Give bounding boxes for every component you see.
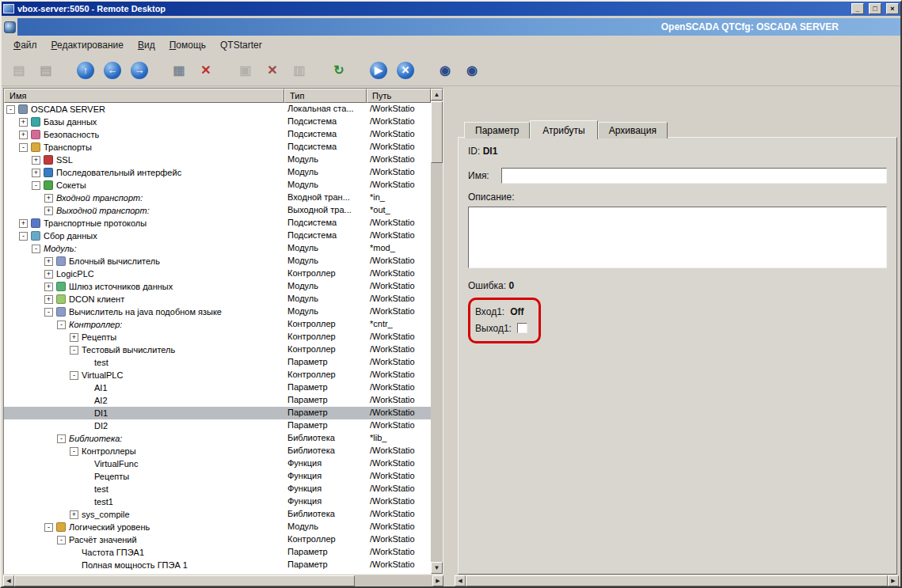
back-button[interactable]: ←: [101, 59, 124, 82]
tree-row[interactable]: -Библиотека:Библиотека*lib_: [4, 432, 431, 445]
tree-row[interactable]: AI2Параметр/WorkStatio: [4, 394, 431, 407]
tree-row[interactable]: -Сбор данныхПодсистема/WorkStatio: [4, 230, 431, 242]
menu-item-view[interactable]: Вид: [131, 36, 162, 54]
detail-horizontal-scrollbar[interactable]: ◀ ▶: [455, 575, 899, 586]
scroll-down-icon[interactable]: ▼: [431, 562, 443, 574]
tree-row[interactable]: -Логический уровеньМодуль/WorkStatio: [4, 521, 431, 533]
tree-horizontal-scrollbar[interactable]: ◀ ▶: [3, 575, 443, 586]
expand-icon[interactable]: +: [19, 219, 28, 228]
tree-row[interactable]: +Шлюз источников данныхМодуль/WorkStatio: [4, 280, 431, 293]
tree-row[interactable]: +Входной транспорт:Входной тран...*in_: [4, 192, 431, 204]
tree-row[interactable]: -OSCADA SERVERЛокальная ста.../WorkStati…: [4, 103, 431, 116]
scroll-left-icon[interactable]: ◀: [3, 575, 14, 586]
tree-row[interactable]: Частота ГПЭА1Параметр/WorkStatio: [4, 546, 431, 559]
expand-icon[interactable]: +: [44, 270, 53, 279]
expand-icon[interactable]: +: [19, 131, 28, 139]
delete-item-button[interactable]: ✕: [195, 59, 217, 82]
collapse-icon[interactable]: -: [19, 143, 28, 152]
tree-row[interactable]: -Тестовый вычислительКонтроллер/WorkStat…: [4, 343, 431, 356]
expand-icon[interactable]: +: [44, 295, 53, 304]
tree-row[interactable]: DI2Параметр/WorkStatio: [4, 419, 431, 432]
expand-icon[interactable]: +: [32, 169, 40, 177]
tree-row[interactable]: DI1Параметр/WorkStatio: [4, 407, 431, 419]
outer-titlebar[interactable]: vbox-server:5050 - Remote Desktop _ □ ×: [2, 2, 900, 16]
tree-row[interactable]: +SSLМодуль/WorkStatio: [4, 154, 431, 166]
scroll-right-icon[interactable]: ▶: [888, 575, 899, 586]
tree-row[interactable]: +Блочный вычислительМодуль/WorkStatio: [4, 255, 431, 267]
collapse-icon[interactable]: -: [70, 346, 78, 355]
tree-row[interactable]: +sys_compileБиблиотека/WorkStatio: [4, 508, 431, 521]
collapse-icon[interactable]: -: [6, 105, 15, 114]
cut-button[interactable]: ✕: [261, 59, 284, 82]
expand-icon[interactable]: +: [44, 257, 53, 266]
close-button[interactable]: ×: [886, 3, 899, 14]
up-button[interactable]: ↑: [74, 59, 97, 82]
pane-splitter[interactable]: [443, 88, 455, 575]
expand-icon[interactable]: +: [32, 156, 40, 165]
refresh-button[interactable]: ↻: [328, 59, 350, 82]
scroll-right-icon[interactable]: ▶: [432, 575, 443, 586]
expand-icon[interactable]: +: [44, 283, 53, 291]
expand-icon[interactable]: +: [70, 333, 78, 342]
tree-vertical-scrollbar[interactable]: ▲ ▼: [431, 89, 443, 574]
scroll-up-icon[interactable]: ▲: [431, 89, 443, 101]
tree-row[interactable]: +Базы данныхПодсистема/WorkStatio: [4, 116, 431, 128]
expand-icon[interactable]: +: [19, 118, 28, 127]
tree-row[interactable]: test1Функция/WorkStatio: [4, 495, 431, 508]
tree-row[interactable]: -СокетыМодуль/WorkStatio: [4, 179, 431, 192]
tree-row[interactable]: +DCON клиентМодуль/WorkStatio: [4, 293, 431, 305]
tree-row[interactable]: -Расчёт значенийКонтроллер/WorkStatio: [4, 533, 431, 546]
tree-row[interactable]: -КонтроллерыБиблиотека/WorkStatio: [4, 445, 431, 457]
tree-row[interactable]: +Последовательный интерфейсМодуль/WorkSt…: [4, 166, 431, 179]
tree-row[interactable]: +Транспортные протоколыПодсистема/WorkSt…: [4, 217, 431, 230]
tree-hscroll-thumb[interactable]: [14, 575, 355, 586]
expand-icon[interactable]: +: [44, 207, 53, 215]
maximize-button[interactable]: □: [869, 3, 881, 14]
tree-row[interactable]: +РецептыКонтроллер/WorkStatio: [4, 331, 431, 343]
add-item-button[interactable]: ▦: [168, 59, 190, 82]
tree-row[interactable]: Полная мощность ГПЭА 1Параметр/WorkStati…: [4, 559, 431, 571]
menu-item-help[interactable]: Помощь: [162, 36, 213, 54]
column-header-name[interactable]: Имя: [4, 89, 284, 103]
tree-row[interactable]: +Выходной транспорт:Выходной тра...*out_: [4, 204, 431, 217]
scroll-left-icon[interactable]: ◀: [455, 575, 466, 586]
collapse-icon[interactable]: -: [19, 232, 28, 241]
output1-checkbox[interactable]: [517, 323, 527, 333]
forward-button[interactable]: →: [128, 59, 150, 82]
start-button[interactable]: ▶: [367, 59, 390, 82]
tab-parameter[interactable]: Параметр: [464, 122, 530, 138]
tree-row[interactable]: AI1Параметр/WorkStatio: [4, 381, 431, 394]
tab-archiving[interactable]: Архивация: [598, 122, 668, 138]
qtstarter-open-button[interactable]: ◉: [434, 59, 456, 82]
menu-item-file[interactable]: Файл: [6, 36, 44, 54]
collapse-icon[interactable]: -: [44, 523, 53, 532]
collapse-icon[interactable]: -: [70, 371, 78, 380]
tree-row[interactable]: -Контроллер:Контроллер*cntr_: [4, 318, 431, 331]
tree-row[interactable]: -Модуль:Модуль*mod_: [4, 242, 431, 255]
collapse-icon[interactable]: -: [57, 321, 66, 329]
expand-icon[interactable]: +: [70, 510, 78, 519]
tree-row[interactable]: +LogicPLCКонтроллер/WorkStatio: [4, 267, 431, 280]
expand-icon[interactable]: +: [44, 194, 53, 203]
tree-row[interactable]: -VirtualPLCКонтроллер/WorkStatio: [4, 369, 431, 381]
tree-vscroll-thumb[interactable]: [431, 101, 443, 163]
detail-hscroll-thumb[interactable]: [466, 575, 888, 586]
column-header-path[interactable]: Путь: [367, 89, 431, 103]
menu-item-qtstarter[interactable]: QTStarter: [213, 36, 269, 54]
minimize-button[interactable]: _: [851, 3, 864, 14]
menu-item-edit[interactable]: Редактирование: [44, 36, 131, 54]
description-textarea[interactable]: [468, 207, 887, 268]
qtstarter-open2-button[interactable]: ◉: [461, 59, 483, 82]
collapse-icon[interactable]: -: [57, 536, 66, 544]
tree-row[interactable]: -Вычислитель на java подобном языкеМодул…: [4, 305, 431, 318]
tree-row[interactable]: testПараметр/WorkStatio: [4, 356, 431, 369]
tree-row[interactable]: РецептыФункция/WorkStatio: [4, 470, 431, 483]
stop-button[interactable]: ✕: [394, 59, 417, 82]
collapse-icon[interactable]: -: [32, 245, 40, 253]
collapse-icon[interactable]: -: [57, 434, 66, 443]
tree-row[interactable]: testФункция/WorkStatio: [4, 483, 431, 495]
tree-row[interactable]: +БезопасностьПодсистема/WorkStatio: [4, 128, 431, 141]
tree-row[interactable]: VirtualFuncФункция/WorkStatio: [4, 457, 431, 470]
collapse-icon[interactable]: -: [44, 308, 53, 317]
tree-row[interactable]: -ТранспортыПодсистема/WorkStatio: [4, 141, 431, 154]
